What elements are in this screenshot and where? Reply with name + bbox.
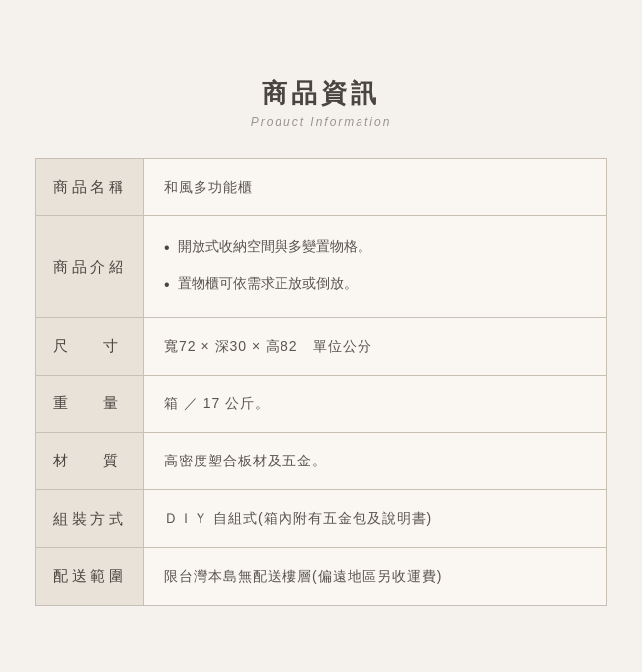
product-table: 商品名稱和風多功能櫃商品介紹•開放式收納空間與多變置物格。•置物櫃可依需求正放或… [35,158,607,606]
table-row: 組裝方式ＤＩＹ 自組式(箱內附有五金包及說明書) [36,490,607,547]
bullet-item: •開放式收納空間與多變置物格。 [164,234,587,263]
row-label-6: 配送範圍 [36,547,144,605]
row-label-0: 商品名稱 [36,159,144,216]
bullet-symbol: • [164,271,170,299]
table-row: 重 量箱 ／ 17 公斤。 [36,376,607,433]
row-label-2: 尺 寸 [36,317,144,375]
table-row: 材 質高密度塑合板材及五金。 [36,433,607,490]
row-value-1: •開放式收納空間與多變置物格。•置物櫃可依需求正放或倒放。 [144,216,607,318]
product-info-container: 商品資訊 Product Information 商品名稱和風多功能櫃商品介紹•… [35,66,607,606]
row-label-4: 材 質 [36,433,144,490]
row-value-4: 高密度塑合板材及五金。 [144,433,607,490]
row-value-2: 寬72 × 深30 × 高82 單位公分 [144,317,607,375]
value-text: 和風多功能櫃 [164,179,253,195]
value-text: ＤＩＹ 自組式(箱內附有五金包及說明書) [164,510,432,526]
bullet-text: 置物櫃可依需求正放或倒放。 [178,271,358,295]
bullet-symbol: • [164,234,170,263]
value-text: 高密度塑合板材及五金。 [164,453,327,468]
page-subtitle: Product Information [35,115,607,128]
table-row: 商品名稱和風多功能櫃 [36,159,607,216]
row-label-1: 商品介紹 [36,216,144,318]
row-value-0: 和風多功能櫃 [144,159,607,216]
table-row: 配送範圍限台灣本島無配送樓層(偏遠地區另收運費) [36,547,607,605]
page-header: 商品資訊 Product Information [35,66,607,138]
bullet-item: •置物櫃可依需求正放或倒放。 [164,271,587,299]
row-value-3: 箱 ／ 17 公斤。 [144,376,607,433]
row-label-5: 組裝方式 [36,490,144,547]
value-text: 箱 ／ 17 公斤。 [164,395,270,411]
row-label-3: 重 量 [36,376,144,433]
row-value-6: 限台灣本島無配送樓層(偏遠地區另收運費) [144,547,607,605]
bullet-text: 開放式收納空間與多變置物格。 [178,234,371,259]
page-title: 商品資訊 [35,76,607,111]
value-text: 限台灣本島無配送樓層(偏遠地區另收運費) [164,568,441,584]
row-value-5: ＤＩＹ 自組式(箱內附有五金包及說明書) [144,490,607,547]
table-row: 尺 寸寬72 × 深30 × 高82 單位公分 [36,317,607,375]
value-text: 寬72 × 深30 × 高82 單位公分 [164,338,372,354]
table-row: 商品介紹•開放式收納空間與多變置物格。•置物櫃可依需求正放或倒放。 [36,216,607,318]
